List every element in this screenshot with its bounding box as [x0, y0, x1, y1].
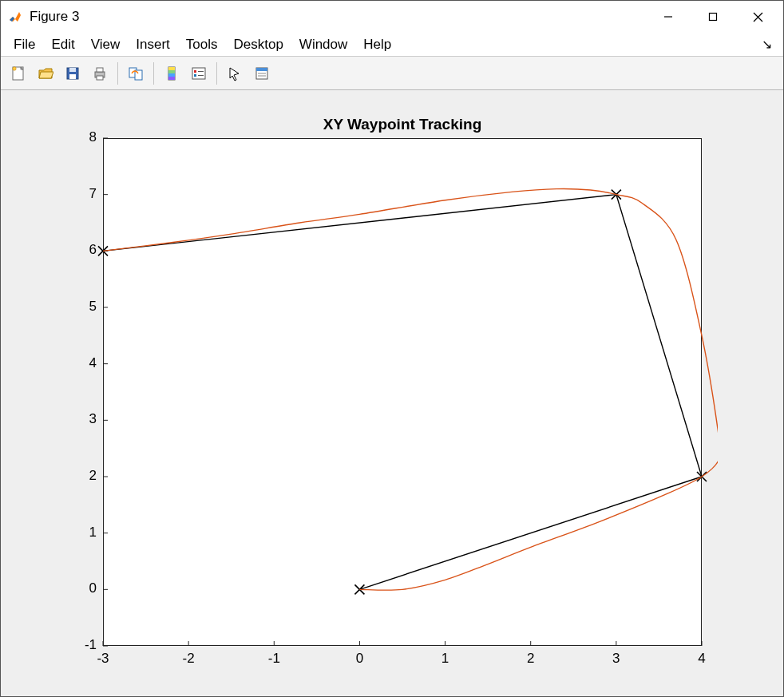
xtick-label: -2 — [172, 651, 204, 667]
toolbar-separator — [153, 62, 154, 85]
toolbar-separator — [117, 62, 118, 85]
insert-colorbar-button[interactable] — [159, 61, 184, 86]
ytick-label: 5 — [65, 299, 97, 315]
ytick-label: 2 — [65, 468, 97, 484]
svg-rect-18 — [168, 77, 175, 80]
minimize-button[interactable] — [646, 1, 691, 33]
toolbar — [1, 57, 783, 90]
svg-rect-19 — [192, 68, 205, 79]
menu-window[interactable]: Window — [291, 34, 355, 55]
menu-file[interactable]: File — [6, 34, 43, 55]
xtick-label: 3 — [600, 651, 632, 667]
svg-rect-21 — [194, 74, 196, 77]
ytick-label: 0 — [65, 580, 97, 596]
tracked-path-curve — [103, 188, 718, 590]
figure-window: Figure 3 File Edit View Insert Tools Des… — [0, 0, 784, 697]
print-button[interactable] — [87, 61, 113, 86]
xtick-label: -3 — [87, 651, 119, 667]
xtick-label: 4 — [686, 651, 718, 667]
ytick-label: 8 — [65, 129, 97, 145]
ytick-label: 1 — [65, 525, 97, 541]
matlab-icon — [7, 9, 23, 25]
svg-rect-7 — [69, 68, 76, 72]
menu-desktop[interactable]: Desktop — [225, 34, 291, 55]
svg-rect-20 — [194, 70, 196, 73]
svg-rect-17 — [168, 73, 175, 77]
svg-rect-15 — [168, 67, 175, 70]
ytick-label: 4 — [65, 355, 97, 371]
xtick-label: -1 — [258, 651, 290, 667]
ytick-label: 6 — [65, 242, 97, 258]
ytick-label: -1 — [65, 637, 97, 653]
toolbar-separator — [216, 62, 217, 85]
menu-tools[interactable]: Tools — [178, 34, 226, 55]
edit-plot-button[interactable] — [222, 61, 247, 86]
svg-rect-10 — [97, 68, 103, 72]
open-button[interactable] — [33, 61, 58, 86]
menu-edit[interactable]: Edit — [43, 34, 82, 55]
ytick-label: 3 — [65, 411, 97, 427]
new-figure-button[interactable] — [6, 61, 31, 86]
svg-point-5 — [13, 66, 16, 69]
insert-legend-button[interactable] — [186, 61, 212, 86]
ytick-label: 7 — [65, 186, 97, 202]
xtick-label: 1 — [430, 651, 461, 667]
link-plot-button[interactable] — [123, 61, 148, 86]
menu-help[interactable]: Help — [355, 34, 399, 55]
dock-icon[interactable]: ↘ — [762, 37, 778, 52]
plot-svg — [87, 122, 718, 662]
window-title: Figure 3 — [30, 9, 79, 25]
menu-view[interactable]: View — [83, 34, 129, 55]
menubar: File Edit View Insert Tools Desktop Wind… — [1, 33, 783, 57]
xtick-label: 0 — [343, 651, 375, 667]
svg-rect-25 — [256, 68, 267, 71]
svg-rect-8 — [69, 74, 76, 79]
menu-insert[interactable]: Insert — [128, 34, 178, 55]
svg-rect-1 — [710, 14, 717, 21]
svg-rect-16 — [168, 70, 175, 73]
close-button[interactable] — [735, 1, 780, 33]
xtick-label: 2 — [515, 651, 547, 667]
waypoint-polyline — [103, 195, 702, 590]
save-button[interactable] — [60, 61, 85, 86]
maximize-button[interactable] — [691, 1, 735, 33]
property-inspector-button[interactable] — [249, 61, 275, 86]
titlebar: Figure 3 — [1, 1, 783, 33]
svg-rect-11 — [97, 76, 103, 80]
figure-area: XY Waypoint Tracking-3-2-101234-10123456… — [1, 90, 783, 696]
